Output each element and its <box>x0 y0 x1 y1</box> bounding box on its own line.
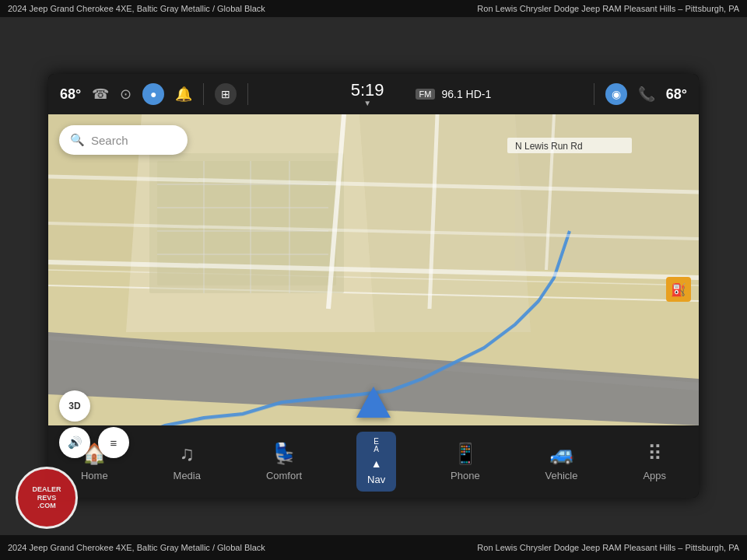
watermark-line3: .com <box>32 502 61 510</box>
radio-band: FM <box>416 89 436 100</box>
map-menu-button[interactable]: ≡ <box>98 427 129 458</box>
nav-item-apps[interactable]: ⠿ Apps <box>632 436 677 488</box>
radio-group[interactable]: FM 96.1 HD-1 <box>416 88 492 100</box>
temp-right: 68° <box>666 86 687 103</box>
clock-time: 5:19 <box>351 82 384 99</box>
vehicle-icon: 🚙 <box>549 442 574 466</box>
current-position-arrow <box>356 387 391 418</box>
menu-icon: ≡ <box>110 436 117 450</box>
3d-label: 3D <box>68 401 80 411</box>
gas-station-poi[interactable]: ⛽ <box>666 277 691 302</box>
nav-item-comfort[interactable]: 💺 Comfort <box>255 436 313 488</box>
status-left-group: 68° ☎ ⊙ ● 🔔 ⊞ <box>60 83 248 105</box>
phone-right-icon[interactable]: 📞 <box>638 86 655 103</box>
media-icon: ♫ <box>180 442 195 466</box>
nav-item-phone[interactable]: 📱 Phone <box>440 436 491 488</box>
top-bar-left-text: 2024 Jeep Grand Cherokee 4XE, Baltic Gra… <box>8 4 265 13</box>
bottom-left-text: 2024 Jeep Grand Cherokee 4XE, Baltic Gra… <box>8 543 265 552</box>
apps-icon: ⠿ <box>647 442 662 466</box>
bottom-right-text: Ron Lewis Chrysler Dodge Jeep RAM Pleasa… <box>477 543 739 552</box>
search-label: Search <box>91 134 128 147</box>
top-bar-right-text: Ron Lewis Chrysler Dodge Jeep RAM Pleasa… <box>477 4 739 13</box>
gas-icon: ⛽ <box>671 282 686 297</box>
status-bar: 68° ☎ ⊙ ● 🔔 ⊞ 5:19 ▼ FM 96.1 HD-1 <box>48 74 699 114</box>
bottom-info-bar: 2024 Jeep Grand Cherokee 4XE, Baltic Gra… <box>0 535 747 560</box>
status-right-group: ◉ 📞 68° <box>594 83 687 105</box>
search-bar[interactable]: 🔍 Search <box>59 125 188 155</box>
radio-station: 96.1 HD-1 <box>441 88 491 100</box>
climate-icon: ⊙ <box>120 86 132 103</box>
comfort-icon: 💺 <box>272 442 296 466</box>
active-mode-icon: ● <box>150 88 156 100</box>
settings-icon-button[interactable]: ⊞ <box>215 83 237 105</box>
search-icon: 🔍 <box>70 133 85 147</box>
svg-text:N Lewis Run Rd: N Lewis Run Rd <box>515 141 583 152</box>
3d-view-button[interactable]: 3D <box>59 390 90 422</box>
bell-icon[interactable]: 🔔 <box>175 86 192 103</box>
top-info-bar: 2024 Jeep Grand Cherokee 4XE, Baltic Gra… <box>0 0 747 17</box>
nav-dot-icon: ◉ <box>612 88 621 100</box>
watermark-text: Dealer Revs .com <box>32 485 61 510</box>
svg-marker-5 <box>359 114 531 332</box>
phone-icon: ☎ <box>92 86 109 103</box>
active-mode-button[interactable]: ● <box>142 83 164 105</box>
watermark-line1: Dealer <box>32 485 61 494</box>
sound-icon: 🔊 <box>68 436 82 450</box>
dealer-revs-watermark: Dealer Revs .com <box>16 467 78 529</box>
divider <box>203 83 204 105</box>
nav-icon: ▲ <box>371 457 382 470</box>
nav-item-nav[interactable]: EA ▲ Nav <box>356 432 396 492</box>
clock-group: 5:19 ▼ <box>351 82 384 107</box>
settings-icon: ⊞ <box>221 88 230 100</box>
phone-label: Phone <box>451 470 480 481</box>
divider2 <box>247 83 248 105</box>
bottom-nav-bar: 🏠 Home ♫ Media 💺 Comfort EA ▲ Nav 📱 Phon… <box>48 425 699 498</box>
vehicle-label: Vehicle <box>545 470 578 481</box>
nav-item-media[interactable]: ♫ Media <box>163 436 212 488</box>
infotainment-screen: 68° ☎ ⊙ ● 🔔 ⊞ 5:19 ▼ FM 96.1 HD-1 <box>48 74 699 498</box>
map-view[interactable]: N Lewis Run Rd Pine Run Rd 🔍 Search 3D 🔊… <box>48 114 699 464</box>
phone-nav-icon: 📱 <box>453 442 478 466</box>
sound-button[interactable]: 🔊 <box>59 427 90 458</box>
nav-active-icon[interactable]: ◉ <box>605 83 627 105</box>
watermark-line2: Revs <box>32 494 61 502</box>
temp-left: 68° <box>60 86 81 103</box>
compass-indicator: EA <box>374 438 379 453</box>
comfort-label: Comfort <box>266 470 302 481</box>
apps-label: Apps <box>643 470 666 481</box>
home-label: Home <box>81 470 108 481</box>
direction-arrow <box>356 387 391 418</box>
time-arrow: ▼ <box>363 99 371 107</box>
divider3 <box>594 83 594 105</box>
watermark-logo: Dealer Revs .com <box>16 467 78 529</box>
media-label: Media <box>174 470 201 481</box>
nav-item-vehicle[interactable]: 🚙 Vehicle <box>535 436 589 488</box>
nav-label: Nav <box>367 474 385 485</box>
